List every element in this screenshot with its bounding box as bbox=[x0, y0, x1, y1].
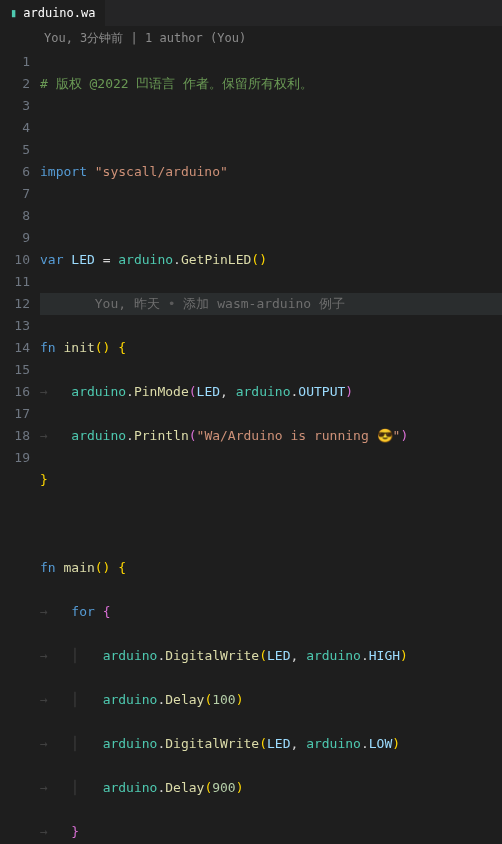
string: "Wa/Arduino is running 😎" bbox=[197, 428, 401, 443]
line-number: 18 bbox=[0, 425, 30, 447]
inline-blame-msg: 添加 wasm-arduino 例子 bbox=[176, 296, 345, 311]
module: arduino bbox=[103, 780, 158, 795]
func: PinMode bbox=[134, 384, 189, 399]
func: Delay bbox=[165, 692, 204, 707]
func: DigitalWrite bbox=[165, 648, 259, 663]
inline-blame-sep: • bbox=[168, 296, 176, 311]
line-number-gutter: 1 2 3 4 5 6 7 8 9 10 11 12 13 14 15 16 1… bbox=[0, 51, 40, 844]
module: arduino bbox=[118, 252, 173, 267]
line-number: 14 bbox=[0, 337, 30, 359]
import-path: "syscall/arduino" bbox=[95, 164, 228, 179]
line-number: 16 bbox=[0, 381, 30, 403]
line-number: 15 bbox=[0, 359, 30, 381]
arg: LED bbox=[197, 384, 220, 399]
line-number: 2 bbox=[0, 73, 30, 95]
kw-for: for bbox=[71, 604, 94, 619]
func-name: main bbox=[63, 560, 94, 575]
line-number: 11 bbox=[0, 271, 30, 293]
num: 900 bbox=[212, 780, 235, 795]
tab-bar: ▮ arduino.wa bbox=[0, 0, 502, 26]
arg: LED bbox=[267, 648, 290, 663]
code-comment: # 版权 @2022 凹语言 作者。保留所有权利。 bbox=[40, 76, 313, 91]
code-area[interactable]: # 版权 @2022 凹语言 作者。保留所有权利。 import "syscal… bbox=[40, 51, 502, 844]
line-number: 3 bbox=[0, 95, 30, 117]
module: arduino bbox=[103, 736, 158, 751]
kw-import: import bbox=[40, 164, 87, 179]
module: arduino bbox=[71, 384, 126, 399]
line-number: 19 bbox=[0, 447, 30, 469]
code-editor[interactable]: 1 2 3 4 5 6 7 8 9 10 11 12 13 14 15 16 1… bbox=[0, 51, 502, 844]
module: arduino bbox=[71, 428, 126, 443]
line-number: 13 bbox=[0, 315, 30, 337]
func: Println bbox=[134, 428, 189, 443]
line-number: 10 bbox=[0, 249, 30, 271]
file-icon: ▮ bbox=[10, 6, 17, 20]
module: arduino bbox=[306, 736, 361, 751]
line-number: 17 bbox=[0, 403, 30, 425]
line-number: 1 bbox=[0, 51, 30, 73]
func: DigitalWrite bbox=[165, 736, 259, 751]
func: GetPinLED bbox=[181, 252, 251, 267]
arg: LED bbox=[267, 736, 290, 751]
line-number: 9 bbox=[0, 227, 30, 249]
kw-fn: fn bbox=[40, 340, 56, 355]
line-number: 8 bbox=[0, 205, 30, 227]
git-blame-line: You, 3分钟前 | 1 author (You) bbox=[0, 26, 502, 51]
const: HIGH bbox=[369, 648, 400, 663]
const: OUTPUT bbox=[298, 384, 345, 399]
line-number: 12 bbox=[0, 293, 30, 315]
module: arduino bbox=[103, 648, 158, 663]
line-number: 7 bbox=[0, 183, 30, 205]
inline-blame-author: You, 昨天 bbox=[95, 296, 168, 311]
const: LOW bbox=[369, 736, 392, 751]
tab-filename: arduino.wa bbox=[23, 6, 95, 20]
ident-led: LED bbox=[71, 252, 94, 267]
module: arduino bbox=[103, 692, 158, 707]
eq: = bbox=[103, 252, 111, 267]
line-number: 6 bbox=[0, 161, 30, 183]
func-name: init bbox=[63, 340, 94, 355]
num: 100 bbox=[212, 692, 235, 707]
line-number: 4 bbox=[0, 117, 30, 139]
kw-var: var bbox=[40, 252, 63, 267]
editor-tab[interactable]: ▮ arduino.wa bbox=[0, 0, 105, 26]
module: arduino bbox=[236, 384, 291, 399]
module: arduino bbox=[306, 648, 361, 663]
func: Delay bbox=[165, 780, 204, 795]
line-number: 5 bbox=[0, 139, 30, 161]
kw-fn: fn bbox=[40, 560, 56, 575]
